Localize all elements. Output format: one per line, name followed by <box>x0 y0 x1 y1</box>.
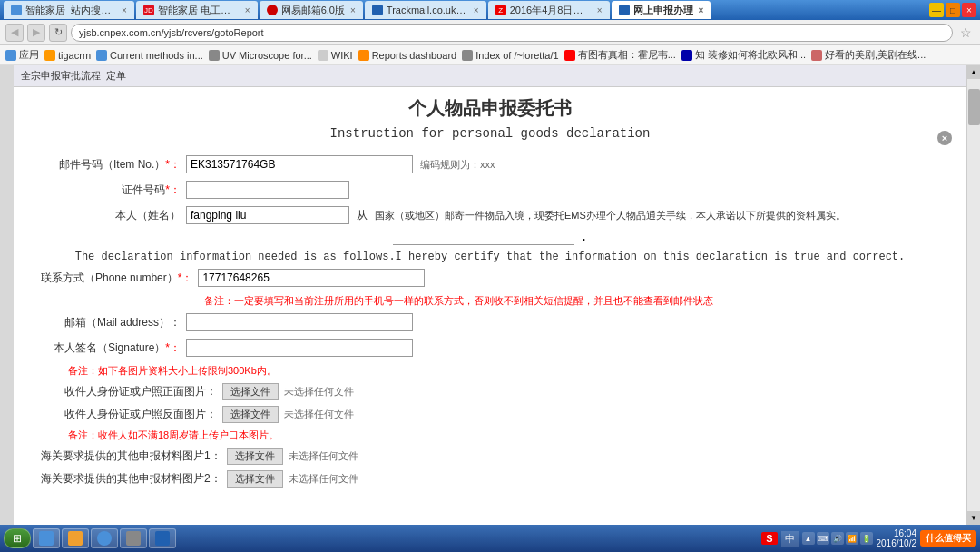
taskbar-icon-1 <box>39 531 54 546</box>
tab-close-2[interactable]: × <box>245 5 250 15</box>
id-back-nofile: 未选择任何文件 <box>284 408 354 421</box>
customs1-button[interactable]: 选择文件 <box>227 448 283 465</box>
customs2-nofile: 未选择任何文件 <box>289 472 358 486</box>
restore-button[interactable]: □ <box>946 3 960 17</box>
systray: S 中 ▲ ⌨ 🔊 📶 🔋 16:04 2016/10/2 什么值得买 <box>761 528 976 548</box>
bookmark-zhi-label: 知 装修如何将北欧风和... <box>695 48 806 62</box>
id-front-label: 收件人身份证或户照正面图片： <box>41 384 222 399</box>
minimize-button[interactable]: — <box>929 3 944 17</box>
bookmark-tigacrm-label: tigacrm <box>58 50 91 61</box>
system-clock: 16:04 2016/10/2 <box>877 528 917 548</box>
bookmark-index[interactable]: Index of /~loretta/1 <box>462 50 558 61</box>
tab-1[interactable]: 智能家居_站内搜索_# × <box>4 1 134 19</box>
bookmark-wiki[interactable]: WIKI <box>318 50 353 61</box>
bookmark-wiki-label: WIKI <box>331 50 353 61</box>
bookmark-beauty[interactable]: 好看的美剧,美剧在线... <box>811 48 926 62</box>
id-front-button[interactable]: 选择文件 <box>222 383 279 400</box>
zhi-icon <box>681 50 692 61</box>
id-back-row: 收件人身份证或户照反面图片： 选择文件 未选择任何文件 <box>41 406 939 423</box>
systray-icon-2[interactable]: ⌨ <box>817 532 829 545</box>
tab-icon-4 <box>372 5 383 15</box>
tab-label-6: 网上申报办理 <box>633 4 693 17</box>
apps-icon <box>5 50 16 61</box>
systray-icon-5[interactable]: 🔋 <box>860 532 873 545</box>
bookmarks-bar: 应用 tigacrm Current methods in... UV Micr… <box>0 45 980 65</box>
cert-no-label: 证件号码*： <box>41 182 186 198</box>
tab-4[interactable]: Trackmail.co.uk - M... × <box>365 1 486 19</box>
bookmark-apps[interactable]: 应用 <box>5 48 39 62</box>
form-close-button[interactable]: × <box>937 131 952 145</box>
main-area: 全宗申报审批流程 定单 × 个人物品申报委托书 Instruction for … <box>0 65 980 525</box>
tab-label-4: Trackmail.co.uk - M... <box>387 5 468 15</box>
tab-label-3: 网易邮箱6.0版 <box>281 4 345 17</box>
tab-label-5: 2016年4月8日海关新... <box>510 4 592 17</box>
tab-label-1: 智能家居_站内搜索_# <box>25 4 116 17</box>
phone-warning: 备注：一定要填写和当前注册所用的手机号一样的联系方式，否则收不到相关短信提醒，并… <box>195 294 939 308</box>
customs2-label: 海关要求提供的其他申报材料图片2： <box>41 471 227 487</box>
bookmark-youtu[interactable]: 有图有真相：霍尼韦... <box>564 48 676 62</box>
tab-6[interactable]: 网上申报办理 × <box>612 1 711 19</box>
tab-close-5[interactable]: × <box>597 5 603 15</box>
scroll-track[interactable] <box>967 79 981 511</box>
taskbar-app-2[interactable] <box>62 528 89 548</box>
tab-2[interactable]: JD 智能家居 电工电料 零... × <box>136 1 258 19</box>
scroll-down-button[interactable]: ▼ <box>967 511 981 525</box>
tab-close-6[interactable]: × <box>699 5 704 15</box>
youtu-icon <box>564 50 575 61</box>
back-button[interactable]: ◀ <box>5 24 24 42</box>
signature-row: 本人签名（Signature）*： <box>41 339 939 357</box>
forward-button[interactable]: ▶ <box>27 24 45 42</box>
tab-close-1[interactable]: × <box>122 5 127 15</box>
tab-3[interactable]: 网易邮箱6.0版 × <box>260 1 363 19</box>
scroll-thumb[interactable] <box>968 89 980 125</box>
taskbar-app-5[interactable] <box>149 528 176 548</box>
systray-icon-1[interactable]: ▲ <box>802 532 815 545</box>
phone-input[interactable] <box>198 269 425 287</box>
address-bar[interactable]: yjsb.cnpex.com.cn/yjsb/rcvers/gotoReport <box>71 24 953 42</box>
taskbar-app-3[interactable] <box>91 528 118 548</box>
chinese-mode-indicator[interactable]: 中 <box>781 531 799 547</box>
tab-close-3[interactable]: × <box>350 5 356 15</box>
tab-close-4[interactable]: × <box>474 5 479 15</box>
bookmark-current[interactable]: Current methods in... <box>96 50 203 61</box>
bookmark-reports[interactable]: Reports dashboard <box>358 50 457 61</box>
tab-icon-5: Z <box>495 5 506 15</box>
phone-label: 联系方式（Phone number）*： <box>41 271 198 286</box>
bookmark-star[interactable]: ☆ <box>956 24 975 42</box>
navigation-bar: ◀ ▶ ↻ yjsb.cnpex.com.cn/yjsb/rcvers/goto… <box>0 20 980 45</box>
windows-taskbar: ⊞ S 中 ▲ ⌨ 🔊 📶 🔋 16:04 <box>0 525 980 552</box>
item-no-label: 邮件号码（Item No.）*： <box>41 157 186 172</box>
clock-time: 16:04 <box>877 528 917 538</box>
cert-no-input[interactable] <box>186 181 349 199</box>
name-country-hint: 国家（或地区）邮寄一件物品入境，现委托EMS办理个人物品通关手续，本人承诺以下所… <box>375 209 846 222</box>
bookmark-tigacrm[interactable]: tigacrm <box>44 50 91 61</box>
systray-icon-4[interactable]: 📶 <box>846 532 858 545</box>
para1-input[interactable] <box>393 232 574 245</box>
close-button[interactable]: × <box>962 3 976 17</box>
id-back-button[interactable]: 选择文件 <box>222 406 279 423</box>
beauty-icon <box>811 50 822 61</box>
taskbar-app-1[interactable] <box>33 528 60 548</box>
taskbar-icon-3 <box>97 531 112 546</box>
tab-icon-1 <box>11 5 22 15</box>
mail-input[interactable] <box>186 313 413 331</box>
signature-input[interactable] <box>186 339 413 357</box>
tab-5[interactable]: Z 2016年4月8日海关新... × <box>488 1 610 19</box>
clock-date: 2016/10/2 <box>877 538 917 548</box>
name-input[interactable] <box>186 206 349 224</box>
address-text: yjsb.cnpex.com.cn/yjsb/rcvers/gotoReport <box>79 27 264 38</box>
worth-badge[interactable]: 什么值得买 <box>920 530 976 547</box>
start-button[interactable]: ⊞ <box>4 528 31 548</box>
customs2-button[interactable]: 选择文件 <box>227 470 283 488</box>
taskbar-app-4[interactable] <box>120 528 147 548</box>
item-no-input[interactable] <box>186 155 413 173</box>
customs1-row: 海关要求提供的其他申报材料图片1： 选择文件 未选择任何文件 <box>41 448 939 465</box>
bookmark-uv[interactable]: UV Microscope for... <box>209 50 312 61</box>
id-front-nofile: 未选择任何文件 <box>284 385 354 399</box>
systray-icon-3[interactable]: 🔊 <box>831 532 844 545</box>
bookmark-zhi[interactable]: 知 装修如何将北欧风和... <box>681 48 806 62</box>
scroll-up-button[interactable]: ▲ <box>967 65 981 79</box>
refresh-button[interactable]: ↻ <box>49 24 67 42</box>
current-icon <box>96 50 107 61</box>
sougou-input-icon[interactable]: S <box>761 532 777 545</box>
